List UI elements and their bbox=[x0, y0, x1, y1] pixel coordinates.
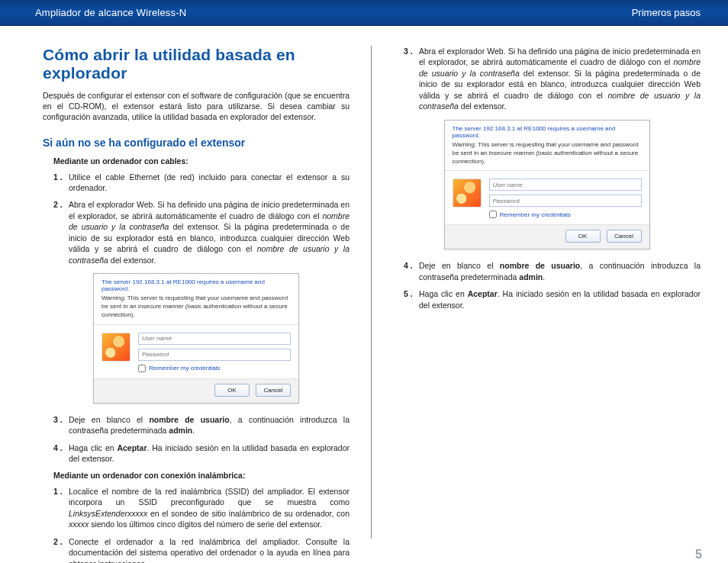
list-item: 1 .Utilice el cable Ethernet (de red) in… bbox=[53, 172, 350, 194]
step-text: Haga clic en Aceptar. Ha iniciado sesión… bbox=[419, 288, 701, 310]
dialog-warning: Warning: This server is requesting that … bbox=[445, 141, 649, 171]
page-title: Cómo abrir la utilidad basada en explora… bbox=[43, 46, 350, 82]
step-text: Abra el explorador Web. Si ha definido u… bbox=[69, 199, 350, 265]
ok-button[interactable]: OK bbox=[565, 230, 601, 243]
ok-button[interactable]: OK bbox=[214, 384, 250, 397]
right-steps-cont: 4 .Deje en blanco el nombre de usuario, … bbox=[393, 260, 701, 310]
dialog-title: The server 192.168.3.1 at RE1000 require… bbox=[94, 274, 298, 294]
wired-steps: 1 .Utilice el cable Ethernet (de red) in… bbox=[43, 172, 350, 266]
step-number: 1 . bbox=[53, 486, 69, 530]
subheading: Si aún no se ha configurado el extensor bbox=[43, 137, 350, 149]
step-text: Deje en blanco el nombre de usuario, a c… bbox=[419, 260, 701, 282]
column-right: 3 .Abra el explorador Web. Si ha definid… bbox=[372, 46, 701, 539]
dialog-title: The server 192.168.3.1 at RE1000 require… bbox=[445, 121, 649, 141]
cancel-button[interactable]: Cancel bbox=[256, 384, 291, 397]
step-number: 4 . bbox=[404, 260, 419, 282]
list-item: 2 .Abra el explorador Web. Si ha definid… bbox=[53, 199, 350, 265]
step-text: Haga clic en Aceptar. Ha iniciado sesión… bbox=[69, 442, 350, 465]
header-left: Ampliador de alcance Wireless-N bbox=[35, 7, 186, 18]
list-item: 2 .Conecte el ordenador a la red inalámb… bbox=[53, 536, 350, 563]
wireless-steps: 1 .Localice el nombre de la red inalámbr… bbox=[43, 486, 350, 563]
header-right: Primeros pasos bbox=[632, 7, 701, 18]
password-field[interactable] bbox=[489, 195, 642, 207]
wired-heading: Mediante un ordenador con cables: bbox=[53, 156, 350, 166]
auth-dialog: The server 192.168.3.1 at RE1000 require… bbox=[444, 120, 650, 249]
list-item: 5 .Haga clic en Aceptar. Ha iniciado ses… bbox=[404, 288, 701, 310]
header-bar: Ampliador de alcance Wireless-N Primeros… bbox=[0, 0, 728, 26]
username-field[interactable] bbox=[138, 333, 291, 345]
step-number: 3 . bbox=[53, 414, 69, 436]
right-steps: 3 .Abra el explorador Web. Si ha definid… bbox=[393, 46, 701, 112]
step-text: Conecte el ordenador a la red inalámbric… bbox=[69, 536, 350, 563]
password-field[interactable] bbox=[138, 349, 291, 361]
column-left: Cómo abrir la utilidad basada en explora… bbox=[43, 46, 372, 539]
page-number: 5 bbox=[695, 548, 702, 561]
step-text: Utilice el cable Ethernet (de red) inclu… bbox=[69, 172, 350, 194]
wireless-heading: Mediante un ordenador con conexión inalá… bbox=[53, 471, 350, 480]
page-body: Cómo abrir la utilidad basada en explora… bbox=[0, 26, 728, 546]
step-number: 4 . bbox=[53, 442, 69, 465]
step-text: Localice el nombre de la red inalámbrica… bbox=[69, 486, 350, 530]
list-item: 3 .Deje en blanco el nombre de usuario, … bbox=[53, 414, 350, 436]
step-text: Abra el explorador Web. Si ha definido u… bbox=[419, 46, 701, 112]
list-item: 4 .Haga clic en Aceptar. Ha iniciado ses… bbox=[53, 442, 350, 465]
step-number: 2 . bbox=[53, 536, 69, 563]
intro-text: Después de configurar el extensor con el… bbox=[43, 90, 350, 123]
auth-dialog: The server 192.168.3.1 at RE1000 require… bbox=[93, 273, 299, 403]
wired-steps-cont: 3 .Deje en blanco el nombre de usuario, … bbox=[43, 414, 350, 465]
key-icon bbox=[101, 333, 130, 362]
remember-checkbox[interactable]: Remember my credentials bbox=[138, 365, 291, 372]
step-number: 5 . bbox=[404, 288, 419, 310]
remember-checkbox[interactable]: Remember my credentials bbox=[489, 211, 642, 218]
dialog-warning: Warning: This server is requesting that … bbox=[94, 294, 298, 324]
login-dialog-figure-2: The server 192.168.3.1 at RE1000 require… bbox=[393, 120, 701, 249]
cancel-button[interactable]: Cancel bbox=[607, 230, 642, 243]
step-text: Deje en blanco el nombre de usuario, a c… bbox=[69, 414, 350, 436]
step-number: 2 . bbox=[53, 199, 69, 265]
step-number: 1 . bbox=[53, 172, 69, 194]
list-item: 4 .Deje en blanco el nombre de usuario, … bbox=[404, 260, 701, 282]
list-item: 1 .Localice el nombre de la red inalámbr… bbox=[53, 486, 350, 530]
username-field[interactable] bbox=[489, 179, 642, 191]
key-icon bbox=[453, 179, 482, 208]
login-dialog-figure: The server 192.168.3.1 at RE1000 require… bbox=[43, 273, 350, 403]
step-number: 3 . bbox=[404, 46, 419, 112]
list-item: 3 .Abra el explorador Web. Si ha definid… bbox=[404, 46, 701, 112]
